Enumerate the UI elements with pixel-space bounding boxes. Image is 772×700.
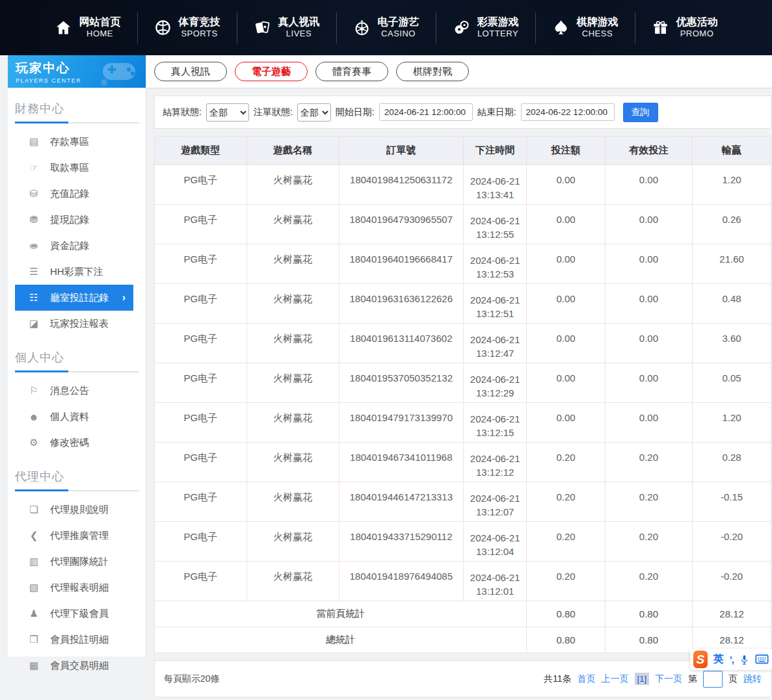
sidebar-item[interactable]: ◪ 玩家投注報表 [8,311,146,337]
table-row: PG电子 火树赢花 1804019467341011968 2024-06-21… [155,442,771,482]
cell-bet-time: 2024-06-21 13:12:29 [463,363,527,402]
topnav-item[interactable]: 棋牌游戏 CHESS [536,12,635,44]
sidebar-item[interactable]: ☰ HH彩票下注 [8,259,146,285]
topnav-item[interactable]: 真人视讯 LIVES [237,12,337,44]
cell-game-type: PG电子 [155,283,246,323]
summary-label: 當前頁統計 [155,601,527,627]
sidebar-item-label: 資金記錄 [50,240,89,252]
first-page-link[interactable]: 首页 [578,673,596,685]
sidebar-item[interactable]: ❐ 會員投註明細 [8,627,146,653]
cell-game-name: 火树赢花 [246,204,339,244]
cell-win-loss: 0.28 [693,442,771,482]
sidebar-item-label: 廳室投註記錄 [50,292,109,304]
column-header: 下注時間 [463,136,527,164]
cell-bet-amount: 0.20 [527,442,605,482]
next-page-link[interactable]: 下一页 [655,673,682,685]
cell-bet-amount: 0.20 [527,482,605,521]
category-tab[interactable]: 真人視訊 [154,62,227,81]
nav-label-en: LIVES [286,29,312,39]
sidebar-item[interactable]: ❮ 代理推廣管理 [8,523,146,549]
category-tab[interactable]: 體育賽事 [315,62,388,81]
cell-bet-amount: 0.00 [527,244,605,283]
sidebar-item[interactable]: ▥ 代理團隊統計 [8,549,146,575]
cell-bet-time: 2024-06-21 13:12:07 [463,482,527,521]
agent-promotion-share-icon: ❮ [27,530,40,541]
sidebar-item[interactable]: ▦ 會員交易明細 [8,653,146,679]
column-header: 有效投注 [605,136,692,164]
cell-game-type: PG电子 [155,204,246,244]
page-size-text: 每頁顯示20條 [164,673,220,685]
sidebar-item-label: 代理報表明細 [50,582,109,594]
nav-label-zh: 体育竞技 [179,16,220,29]
table-row: PG电子 火树赢花 1804019841250631172 2024-06-21… [155,164,771,204]
cell-bet-time: 2024-06-21 13:12:51 [463,283,527,323]
nav-label-zh: 棋牌游戏 [577,16,619,29]
sidebar-item[interactable]: ⛁ 充值記錄 [8,181,146,207]
ime-language-toggle[interactable]: 英 [713,653,724,666]
table-header-row: 遊戲類型遊戲名稱訂單號下注時間投注額有效投注輸贏 [155,136,771,164]
summary-valid-bet: 0.80 [605,627,692,653]
topnav-item[interactable]: 彩票游戏 LOTTERY [436,12,536,44]
sidebar-item[interactable]: ☷ 廳室投註記錄 › [15,285,133,311]
sidebar-item[interactable]: ♟ 代理下級會員 [8,601,146,627]
cell-order-number: 1804019446147213313 [339,482,463,521]
end-date-input[interactable] [521,103,615,121]
recharge-record-icon: ⛁ [27,188,40,200]
sidebar-item[interactable]: ⚙ 修改密碼 [8,430,146,456]
topnav-item[interactable]: 电子游艺 CASINO [337,12,436,44]
cell-game-type: PG电子 [155,363,246,402]
sogou-logo-icon[interactable]: S [693,651,708,668]
category-tab[interactable]: 電子遊藝 [235,62,308,81]
sidebar-item[interactable]: ❏ 代理規則說明 [8,497,146,523]
summary-row: 當前頁統計 0.80 0.80 28.12 [155,601,771,627]
cell-order-number: 1804019841250631172 [339,164,463,204]
cell-order-number: 1804019537050352132 [339,363,463,402]
start-date-input[interactable] [379,103,473,121]
category-tab[interactable]: 棋牌對戰 [396,62,469,81]
page-jump-input[interactable] [703,671,723,688]
sidebar-item[interactable]: ⛃ 提現記錄 [8,207,146,233]
prev-page-link[interactable]: 上一页 [602,673,629,685]
topnav-item[interactable]: 网站首页 HOME [38,12,138,44]
sidebar-item-label: 代理團隊統計 [50,556,109,568]
query-button[interactable]: 查詢 [623,103,658,122]
sidebar-item[interactable]: ☞ 取款專區 [8,155,146,181]
sidebar-item[interactable]: ▤ 存款專區 [8,129,146,155]
roulette-icon [353,19,371,36]
sidebar-item[interactable]: ⚐ 消息公告 [8,378,146,404]
table-row: PG电子 火树赢花 1804019537050352132 2024-06-21… [155,363,771,402]
sidebar-item[interactable]: ☻ 個人資料 [8,404,146,430]
sogou-ime-bar: S 英 ’, [690,649,772,670]
cell-bet-amount: 0.00 [527,164,605,204]
deposit-card-icon: ▤ [27,136,40,148]
keyboard-icon[interactable] [755,655,769,664]
sidebar-section-title: 個人中心 [8,347,146,365]
withdraw-hand-icon: ☞ [27,162,40,174]
current-page-badge: 1 [635,673,649,685]
lottery-balls-icon [453,19,470,36]
cell-valid-bet: 0.00 [605,402,692,442]
cell-win-loss: -0.15 [693,482,771,521]
sidebar-item[interactable]: ⛂ 資金記錄 [8,233,146,259]
jump-button[interactable]: 跳转 [743,673,762,685]
microphone-icon[interactable] [739,654,749,666]
sidebar-item[interactable]: ▧ 代理報表明細 [8,575,146,601]
order-status-select[interactable]: 全部 [297,103,331,122]
cell-valid-bet: 0.20 [605,561,692,601]
cell-game-type: PG电子 [155,561,246,601]
cell-win-loss: -0.20 [693,521,771,561]
cell-order-number: 1804019467341011968 [339,442,463,482]
cell-valid-bet: 0.00 [605,164,692,204]
topnav-item[interactable]: 体育竞技 SPORTS [138,12,237,44]
cell-game-name: 火树赢花 [246,323,339,363]
topnav-item[interactable]: 优惠活动 PROMO [635,12,734,44]
column-header: 遊戲名稱 [246,136,339,164]
sidebar-item-label: 修改密碼 [50,437,89,449]
settle-status-select[interactable]: 全部 [206,103,249,122]
ime-punctuation-toggle[interactable]: ’, [730,654,734,665]
category-tabs: 真人視訊電子遊藝體育賽事棋牌對戰 [146,55,772,88]
table-row: PG电子 火树赢花 1804019418976494085 2024-06-21… [155,561,771,601]
nav-label-en: PROMO [680,29,714,39]
nav-label-en: CASINO [381,29,416,39]
cell-game-name: 火树赢花 [246,164,339,204]
